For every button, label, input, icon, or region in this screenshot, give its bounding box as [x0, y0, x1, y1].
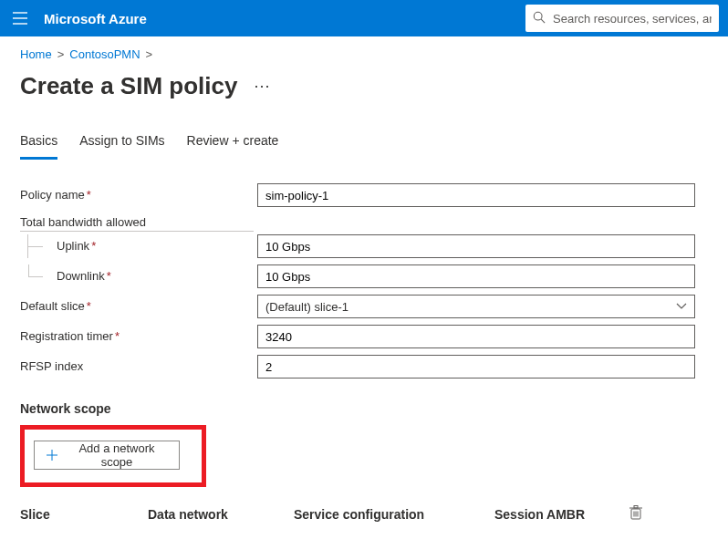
downlink-label: Downlink [57, 269, 105, 285]
scope-table-head: Slice Data network Service configuration… [20, 505, 659, 523]
hamburger-menu-icon[interactable] [9, 7, 31, 29]
col-data-network: Data network [148, 507, 294, 522]
breadcrumb-contosopmn[interactable]: ContosoPMN [69, 47, 140, 61]
network-scope-title: Network scope [20, 401, 695, 416]
required-marker: * [87, 299, 91, 313]
default-slice-select[interactable]: (Default) slice-1 [257, 295, 695, 318]
page-title: Create a SIM policy [20, 72, 237, 100]
col-slice: Slice [20, 507, 148, 522]
highlight-box: Add a network scope [20, 425, 206, 487]
default-slice-value: (Default) slice-1 [265, 300, 348, 314]
chevron-down-icon [676, 303, 687, 310]
bandwidth-group-label: Total bandwidth allowed [20, 215, 254, 232]
uplink-label: Uplink [57, 239, 89, 254]
brand-label: Microsoft Azure [44, 11, 147, 26]
rfsp-index-input[interactable] [257, 355, 695, 379]
trash-icon[interactable] [629, 505, 642, 523]
tab-basics[interactable]: Basics [20, 128, 57, 160]
topbar: Microsoft Azure [0, 0, 728, 36]
policy-name-label: Policy name [20, 188, 85, 202]
tab-review-create[interactable]: Review + create [187, 128, 279, 160]
breadcrumb-home[interactable]: Home [20, 47, 52, 61]
policy-name-input[interactable] [257, 183, 695, 207]
breadcrumb-sep: > [57, 47, 65, 61]
tab-assign-to-sims[interactable]: Assign to SIMs [79, 128, 164, 160]
more-actions-button[interactable]: ··· [250, 77, 274, 96]
col-session-ambr: Session AMBR [494, 507, 622, 522]
svg-line-4 [541, 19, 545, 23]
required-marker: * [115, 329, 120, 343]
rfsp-index-label: RFSP index [20, 359, 83, 373]
breadcrumb: Home > ContosoPMN > [20, 47, 708, 61]
default-slice-label: Default slice [20, 299, 85, 313]
tabs: Basics Assign to SIMs Review + create [20, 128, 708, 161]
global-search[interactable] [525, 5, 719, 32]
svg-point-3 [534, 12, 542, 20]
uplink-input[interactable] [257, 234, 695, 258]
plus-icon [46, 449, 58, 461]
svg-rect-9 [634, 506, 638, 509]
breadcrumb-sep: > [146, 47, 153, 61]
required-marker: * [107, 269, 111, 285]
add-network-scope-label: Add a network scope [66, 441, 168, 469]
search-icon [533, 11, 546, 26]
downlink-input[interactable] [257, 264, 695, 288]
global-search-input[interactable] [553, 12, 712, 26]
add-network-scope-button[interactable]: Add a network scope [34, 441, 180, 470]
required-marker: * [87, 188, 91, 202]
registration-timer-label: Registration timer [20, 329, 113, 343]
required-marker: * [91, 239, 96, 254]
col-service-config: Service configuration [294, 507, 494, 522]
registration-timer-input[interactable] [257, 325, 695, 348]
